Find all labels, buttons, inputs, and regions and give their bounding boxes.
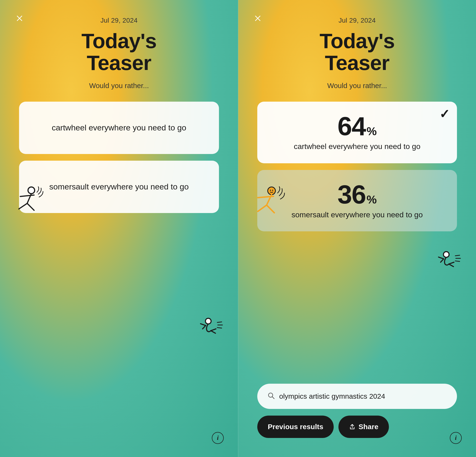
checkmark-icon: ✓ — [439, 107, 450, 121]
svg-line-27 — [449, 262, 454, 264]
option1-percent-symbol: % — [366, 125, 377, 138]
close-button-left[interactable] — [14, 13, 25, 24]
option2-percent-right: 36 — [338, 181, 366, 208]
search-icon — [268, 392, 275, 400]
svg-line-11 — [211, 331, 216, 333]
svg-line-14 — [217, 328, 221, 328]
svg-line-21 — [258, 196, 273, 198]
option2-card-left[interactable]: somersault everywhere you need to go — [19, 161, 219, 213]
action-buttons: Previous results Share — [257, 415, 457, 438]
svg-line-29 — [455, 255, 459, 256]
svg-point-18 — [270, 190, 271, 191]
subtitle-right: Would you rather... — [327, 82, 387, 90]
svg-line-10 — [211, 329, 216, 331]
search-box[interactable]: olympics artistic gymnastics 2024 — [257, 384, 457, 409]
title-left: Today's Teaser — [81, 30, 156, 74]
left-panel: Jul 29, 2024 Today's Teaser Would you ra… — [0, 0, 238, 457]
svg-line-33 — [272, 397, 274, 399]
info-button-left[interactable]: i — [212, 432, 224, 444]
close-button-right[interactable] — [253, 13, 263, 24]
option1-text-right: cartwheel everywhere you need to go — [294, 141, 421, 152]
svg-line-22 — [258, 205, 267, 211]
gymnast-cartwheel-icon-right — [250, 183, 286, 218]
option1-card-right[interactable]: ✓ 64 % cartwheel everywhere you need to … — [257, 102, 457, 163]
info-button-right[interactable]: i — [450, 432, 462, 444]
option2-percent-symbol: % — [366, 193, 377, 206]
option1-card-left[interactable]: cartwheel everywhere you need to go — [19, 102, 219, 154]
right-panel: Jul 29, 2024 Today's Teaser Would you ra… — [238, 0, 476, 457]
option1-text-left: cartwheel everywhere you need to go — [52, 122, 186, 134]
date-left: Jul 29, 2024 — [101, 17, 137, 24]
svg-point-2 — [28, 187, 35, 194]
svg-line-23 — [267, 205, 274, 212]
title-right: Today's Teaser — [320, 30, 395, 74]
svg-point-24 — [443, 252, 449, 257]
svg-line-31 — [455, 261, 459, 261]
option1-percent-right: 64 — [338, 113, 366, 139]
svg-point-7 — [205, 318, 211, 324]
svg-line-9 — [203, 326, 206, 329]
gymnast-somersault-icon-left — [193, 309, 224, 338]
svg-line-6 — [27, 203, 34, 210]
svg-line-4 — [20, 195, 34, 196]
gymnast-somersault-icon-right — [431, 243, 462, 271]
gymnast-cartwheel-icon-left — [12, 183, 45, 216]
options-left: cartwheel everywhere you need to go some… — [19, 102, 219, 438]
options-right: ✓ 64 % cartwheel everywhere you need to … — [257, 102, 457, 376]
svg-line-25 — [439, 257, 444, 259]
svg-line-26 — [441, 259, 444, 262]
option2-card-right[interactable]: 36 % somersault everywhere you need to g… — [257, 170, 457, 232]
subtitle-left: Would you rather... — [89, 82, 149, 90]
option2-text-left: somersault everywhere you need to go — [49, 181, 189, 193]
svg-line-12 — [217, 322, 221, 322]
share-icon — [349, 423, 356, 430]
date-right: Jul 29, 2024 — [339, 17, 375, 24]
share-button[interactable]: Share — [339, 415, 389, 438]
svg-line-8 — [201, 324, 206, 326]
svg-point-19 — [272, 190, 273, 191]
option2-text-right: somersault everywhere you need to go — [291, 210, 423, 220]
svg-line-28 — [449, 264, 454, 267]
previous-results-button[interactable]: Previous results — [257, 415, 334, 438]
svg-point-17 — [268, 187, 275, 195]
svg-line-5 — [19, 203, 27, 209]
search-query-text: olympics artistic gymnastics 2024 — [279, 391, 385, 401]
